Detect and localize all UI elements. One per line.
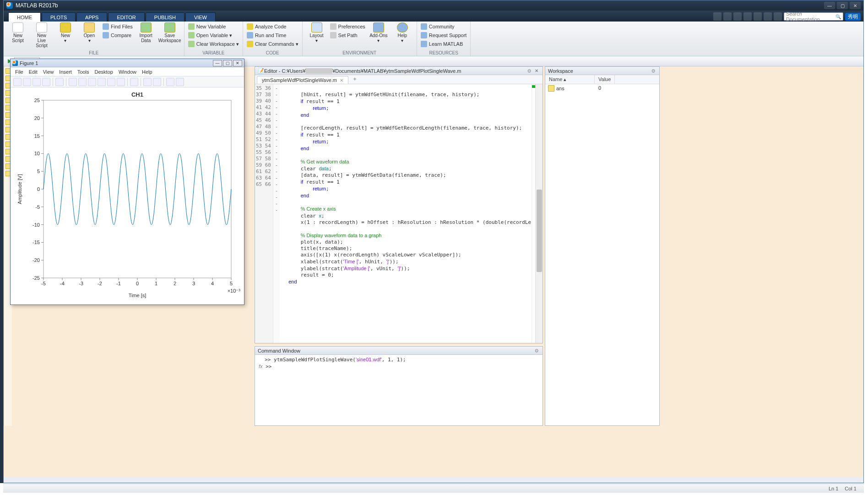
matlab-logo-icon — [6, 2, 13, 9]
quick-undo-icon[interactable] — [754, 12, 762, 21]
editor-add-tab[interactable]: ＋ — [348, 74, 361, 84]
menu-view[interactable]: View — [41, 68, 56, 76]
search-input[interactable]: Search Documentation — [784, 12, 843, 21]
workspace-header[interactable]: Name ▴ Value — [545, 75, 659, 84]
tab-editor[interactable]: EDITOR — [108, 12, 144, 22]
legend-icon[interactable] — [153, 78, 161, 86]
new-figure-icon[interactable] — [13, 78, 22, 86]
figure-menubar: File Edit View Insert Tools Desktop Wind… — [11, 67, 244, 76]
menu-tools[interactable]: Tools — [76, 68, 91, 76]
run-and-time-button[interactable]: Run and Time — [247, 31, 298, 39]
plot-axes[interactable]: -5-4-3-2-1012345-25-20-15-10-50510152025… — [11, 87, 244, 305]
quick-copy-icon[interactable] — [733, 12, 742, 21]
community-button[interactable]: Community — [421, 22, 467, 31]
editor-close-icon[interactable]: ✕ — [533, 68, 540, 74]
figure-close-button[interactable]: ✕ — [233, 60, 242, 66]
open-variable-button[interactable]: Open Variable ▾ — [188, 31, 239, 39]
preferences-button[interactable]: Preferences — [330, 22, 365, 31]
close-button[interactable]: ✕ — [850, 2, 861, 9]
save-workspace-button[interactable]: SaveWorkspace — [159, 22, 180, 43]
figure-maximize-button[interactable]: ▢ — [223, 60, 232, 66]
figure-window[interactable]: Figure 1 — ▢ ✕ File Edit View Insert Too… — [10, 59, 244, 305]
link-icon[interactable] — [130, 78, 138, 86]
svg-text:5: 5 — [230, 281, 233, 286]
ws-dropdown-icon[interactable]: ⊙ — [650, 68, 656, 74]
pointer-icon[interactable] — [55, 78, 64, 86]
colorbar-icon[interactable] — [143, 78, 152, 86]
svg-text:Time [s]: Time [s] — [129, 293, 146, 298]
tab-home[interactable]: HOME — [8, 12, 41, 22]
rotate-icon[interactable] — [98, 78, 106, 86]
tab-close-icon[interactable]: ✕ — [340, 78, 343, 83]
clear-workspace-button[interactable]: Clear Workspace ▾ — [188, 40, 239, 48]
command-window[interactable]: >> ytmSampleWdfPlotSingleWave('sine01.wd… — [255, 355, 542, 425]
quick-cut-icon[interactable] — [723, 12, 732, 21]
print-figure-icon[interactable] — [42, 78, 50, 86]
open-figure-icon[interactable] — [23, 78, 31, 86]
svg-text:1: 1 — [155, 281, 157, 286]
learn-matlab-button[interactable]: Learn MATLAB — [421, 40, 467, 48]
compare-button[interactable]: Compare — [103, 31, 133, 39]
quick-redo-icon[interactable] — [764, 12, 772, 21]
figure-titlebar[interactable]: Figure 1 — ▢ ✕ — [11, 59, 244, 67]
cmd-dropdown-icon[interactable]: ⊙ — [533, 348, 540, 354]
menu-file[interactable]: File — [13, 68, 25, 76]
zoom-in-icon[interactable] — [69, 78, 77, 86]
tab-publish[interactable]: PUBLISH — [146, 12, 184, 22]
command-window-panel: Command Window ⊙ >> ytmSampleWdfPlotSing… — [255, 346, 543, 426]
tab-apps[interactable]: APPS — [76, 12, 107, 22]
user-chip[interactable]: 秀明 — [845, 13, 861, 21]
tab-view[interactable]: VIEW — [185, 12, 216, 22]
minimize-button[interactable]: — — [824, 2, 835, 9]
svg-text:-25: -25 — [33, 275, 40, 281]
new-button[interactable]: New▾ — [55, 22, 76, 43]
clear-commands-button[interactable]: Clear Commands ▾ — [247, 40, 298, 48]
editor-scrollbar[interactable] — [535, 84, 542, 343]
editor-dropdown-icon[interactable]: ⊙ — [526, 68, 532, 74]
menu-edit[interactable]: Edit — [27, 68, 39, 76]
brush-icon[interactable] — [117, 78, 125, 86]
menu-insert[interactable]: Insert — [57, 68, 74, 76]
import-data-button[interactable]: ImportData — [136, 22, 157, 43]
titlebar: MATLAB R2017b — ▢ ✕ — [4, 0, 863, 11]
editor-file-tab[interactable]: ytmSampleWdfPlotSingleWave.m✕ — [257, 76, 348, 84]
svg-text:20: 20 — [34, 115, 40, 121]
maximize-button[interactable]: ▢ — [837, 2, 848, 9]
quick-save-icon[interactable] — [713, 12, 722, 21]
save-figure-icon[interactable] — [33, 78, 41, 86]
request-support-button[interactable]: Request Support — [421, 31, 467, 39]
quick-paste-icon[interactable] — [743, 12, 752, 21]
workspace-row[interactable]: ans 0 — [545, 84, 659, 92]
tab-plots[interactable]: PLOTS — [42, 12, 76, 22]
zoom-out-icon[interactable] — [78, 78, 87, 86]
menu-help[interactable]: Help — [140, 68, 154, 76]
set-path-button[interactable]: Set Path — [330, 31, 365, 39]
fold-gutter[interactable]: - - - - - - - - - - - - - - - - - - - - — [273, 84, 280, 343]
editor-titlebar: 📝 Editor - C:¥Users¥XXXXXXXX¥Documents¥M… — [255, 67, 542, 75]
hide-tools-icon[interactable] — [166, 78, 174, 86]
show-tools-icon[interactable] — [176, 78, 184, 86]
addons-button[interactable]: Add-Ons▾ — [368, 22, 389, 43]
group-caption-code: CODE — [266, 50, 279, 56]
new-script-button[interactable]: NewScript — [7, 22, 28, 43]
quick-help-icon[interactable] — [774, 12, 782, 21]
workspace-panel: Workspace ⊙ Name ▴ Value ans 0 — [545, 66, 660, 426]
new-live-script-button[interactable]: NewLive Script — [31, 22, 52, 48]
figure-minimize-button[interactable]: — — [213, 60, 222, 66]
analyze-code-button[interactable]: Analyze Code — [247, 22, 298, 31]
menu-desktop[interactable]: Desktop — [93, 68, 115, 76]
statusbar: Ln 1 Col 1 — [3, 484, 864, 493]
pan-icon[interactable] — [88, 78, 96, 86]
open-button[interactable]: Open▾ — [79, 22, 100, 43]
code-editor[interactable]: [hUnit, result] = ytmWdfGetHUnit(filenam… — [280, 84, 532, 343]
data-cursor-icon[interactable] — [107, 78, 115, 86]
find-files-button[interactable]: Find Files — [103, 22, 133, 31]
help-button[interactable]: Help▾ — [392, 22, 413, 43]
svg-text:-15: -15 — [33, 239, 40, 245]
svg-text:2: 2 — [174, 281, 176, 286]
new-variable-button[interactable]: New Variable — [188, 22, 239, 31]
figure-toolbar — [11, 76, 244, 87]
code-minimap[interactable] — [532, 84, 535, 343]
layout-button[interactable]: Layout▾ — [306, 22, 327, 43]
menu-window[interactable]: Window — [117, 68, 138, 76]
